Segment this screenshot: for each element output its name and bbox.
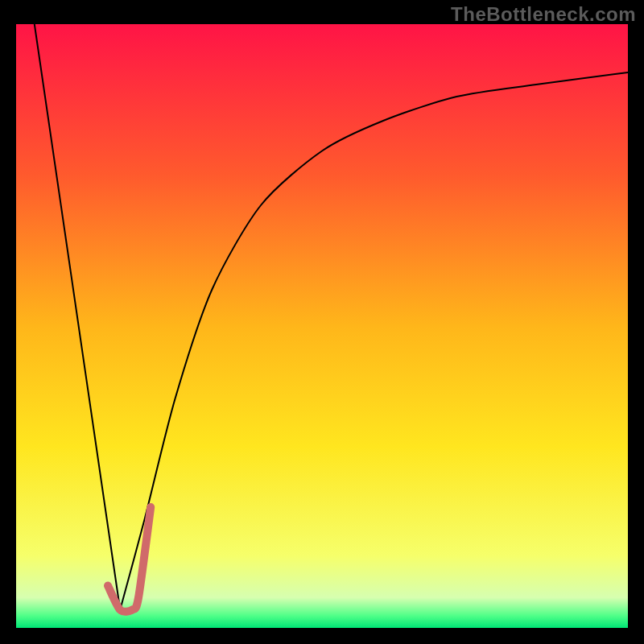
gradient-background bbox=[16, 24, 628, 628]
chart-svg bbox=[16, 24, 628, 628]
plot-area bbox=[16, 24, 628, 628]
chart-frame: TheBottleneck.com bbox=[0, 0, 644, 644]
watermark-text: TheBottleneck.com bbox=[451, 3, 636, 26]
